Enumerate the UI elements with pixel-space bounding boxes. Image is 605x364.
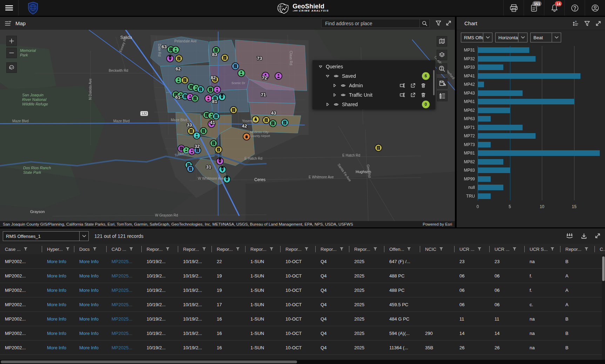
export-icon[interactable] — [410, 92, 416, 98]
chart-bar[interactable] — [478, 56, 536, 62]
chevron-right-icon[interactable] — [332, 92, 337, 97]
table-column-header[interactable]: UCR S... — [525, 244, 560, 254]
more-info-link[interactable]: More Info — [42, 297, 74, 311]
column-filter-icon[interactable] — [550, 247, 554, 251]
column-filter-icon[interactable] — [439, 247, 443, 251]
chart-bar[interactable] — [478, 73, 580, 79]
table-column-header[interactable]: NCIC — [420, 244, 455, 254]
query-tree-item[interactable]: Admin — [312, 81, 435, 90]
more-info-link[interactable]: More Info — [74, 269, 107, 283]
crime-marker[interactable] — [275, 73, 282, 80]
crime-marker[interactable] — [187, 165, 194, 172]
query-tree-item[interactable]: Traffic Unit — [312, 90, 435, 99]
more-info-link[interactable]: More Info — [74, 283, 107, 297]
table-column-header[interactable]: Repor... — [560, 244, 595, 254]
crime-marker[interactable] — [172, 46, 179, 53]
table-vertical-scrollbar[interactable] — [602, 254, 605, 360]
zoom-in-button[interactable] — [6, 36, 17, 46]
crime-marker[interactable] — [281, 119, 288, 126]
column-filter-icon[interactable] — [407, 247, 411, 251]
rename-icon[interactable] — [399, 83, 405, 88]
crime-marker[interactable] — [263, 117, 270, 124]
more-info-link[interactable]: More Info — [42, 283, 74, 297]
column-filter-icon[interactable] — [477, 247, 482, 251]
table-horizontal-scrollbar[interactable] — [0, 360, 605, 364]
eye-icon[interactable] — [333, 102, 339, 107]
more-info-link[interactable]: More Info — [42, 312, 74, 326]
crime-marker[interactable] — [219, 166, 226, 173]
column-filter-icon[interactable] — [269, 247, 274, 251]
column-filter-icon[interactable] — [23, 247, 28, 251]
cad-link[interactable]: MP2025... — [107, 341, 142, 355]
chart-bar[interactable] — [478, 193, 491, 199]
crime-marker[interactable] — [213, 113, 220, 120]
chart-expand-icon[interactable] — [595, 20, 601, 27]
chart-bar[interactable] — [478, 150, 600, 156]
query-tree-item[interactable]: Shared0 — [312, 99, 435, 109]
menu-button[interactable] — [0, 0, 19, 16]
crime-marker[interactable] — [167, 55, 174, 62]
legend-button[interactable] — [437, 91, 448, 101]
table-row[interactable]: MP2002...More InfoMore InfoMP2025...10/1… — [0, 297, 605, 312]
crime-marker[interactable] — [205, 95, 212, 102]
chart-source-select[interactable]: RMS Offe — [461, 33, 492, 42]
cad-link[interactable]: MP2025... — [107, 297, 142, 311]
more-info-link[interactable]: More Info — [42, 254, 74, 268]
more-info-link[interactable]: More Info — [74, 297, 107, 311]
chart-bar[interactable] — [478, 159, 503, 165]
table-column-header[interactable]: UCR ... — [455, 244, 490, 254]
map-filter-button[interactable] — [435, 20, 442, 26]
chart-field-select[interactable]: Beat — [530, 33, 561, 42]
cad-link[interactable]: MP2025... — [107, 326, 142, 340]
search-button[interactable] — [419, 19, 430, 28]
crime-marker[interactable] — [375, 144, 382, 151]
more-info-link[interactable]: More Info — [74, 341, 107, 355]
more-info-link[interactable]: More Info — [42, 269, 74, 283]
save-share-button[interactable] — [437, 78, 448, 89]
chart-bar[interactable] — [478, 142, 491, 147]
table-column-header[interactable]: Docs — [74, 244, 107, 254]
crime-marker[interactable] — [193, 132, 200, 139]
eye-icon[interactable] — [340, 83, 346, 88]
account-button[interactable] — [585, 0, 605, 16]
crime-marker[interactable] — [210, 140, 217, 147]
table-column-header[interactable]: Repor... — [281, 244, 316, 254]
popup-scrollbar[interactable] — [433, 70, 435, 95]
chart-bar[interactable] — [478, 82, 484, 87]
crime-marker[interactable] — [232, 63, 239, 70]
query-tree-item[interactable]: Saved6 — [312, 71, 435, 81]
sort-icon[interactable]: A — [572, 20, 579, 27]
basemap-button[interactable] — [437, 36, 447, 47]
crime-marker[interactable] — [207, 86, 214, 93]
download-icon[interactable] — [580, 233, 587, 240]
chart-bar[interactable] — [478, 47, 529, 53]
column-filter-icon[interactable] — [166, 247, 170, 251]
chart-bar[interactable] — [478, 125, 523, 130]
crime-marker[interactable] — [197, 86, 204, 93]
table-column-header[interactable]: Repor... — [316, 244, 349, 254]
eye-icon[interactable] — [333, 74, 339, 78]
table-column-header[interactable]: Offen... — [384, 244, 420, 254]
chart-bar[interactable] — [478, 108, 510, 113]
table-source-select[interactable]: RMS Offenses_1 — [3, 231, 89, 241]
query-tree-item[interactable]: Queries — [312, 62, 435, 71]
zoom-out-button[interactable] — [6, 48, 17, 58]
reports-button[interactable]: 151 — [524, 0, 544, 16]
chevron-down-icon[interactable] — [318, 64, 323, 69]
crime-marker[interactable] — [214, 86, 221, 93]
column-filter-icon[interactable] — [93, 247, 97, 251]
chart-bar[interactable] — [478, 167, 510, 173]
eye-icon[interactable] — [340, 92, 346, 97]
notifications-button[interactable]: 14 — [544, 0, 564, 16]
cad-link[interactable]: MP2025... — [107, 283, 142, 297]
table-row[interactable]: MP2002...More InfoMore InfoMP2025...10/1… — [0, 269, 605, 283]
reset-extent-button[interactable] — [6, 62, 17, 73]
table-row[interactable]: MP2002...More InfoMore InfoMP2025...10/1… — [0, 312, 605, 326]
chart-bar[interactable] — [478, 176, 491, 182]
table-column-header[interactable]: Hyper... — [42, 244, 74, 254]
crime-marker[interactable] — [238, 70, 245, 77]
chart-bar[interactable] — [478, 64, 503, 70]
print-button[interactable] — [503, 0, 524, 16]
crime-marker[interactable] — [200, 128, 207, 135]
chevron-right-icon[interactable] — [332, 83, 337, 88]
